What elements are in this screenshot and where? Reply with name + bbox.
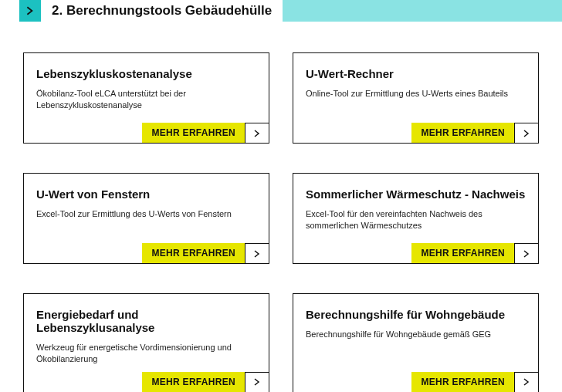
learn-more-button[interactable]: MEHR ERFAHREN [142,243,245,263]
section-header-bar [283,0,562,22]
card-description: Werkzeug für energetische Vordimensionie… [36,342,256,366]
card-body: Berechnungshilfe für Wohngebäude Berechn… [293,294,538,346]
learn-more-arrow[interactable] [245,123,269,143]
card-footer: MEHR ERFAHREN [293,123,538,143]
section-expand-icon[interactable] [19,0,41,22]
chevron-right-icon [523,250,530,258]
card-title: Energiebedarf und Lebenszyklusanalyse [36,308,256,334]
learn-more-button[interactable]: MEHR ERFAHREN [411,243,514,263]
card-description: Online-Tool zur Ermittlung des U-Werts e… [306,88,526,100]
section-header: 2. Berechnungstools Gebäudehülle [0,0,562,22]
card-footer: MEHR ERFAHREN [293,243,538,263]
chevron-right-icon [523,378,530,386]
learn-more-arrow[interactable] [514,372,538,392]
card-body: Lebenszykluskostenanalyse Ökobilanz-Tool… [24,53,269,118]
card-description: Ökobilanz-Tool eLCA unterstützt bei der … [36,88,256,112]
card-title: Berechnungshilfe für Wohngebäude [306,308,526,321]
card-title: Sommerlicher Wärmeschutz - Nachweis [306,188,526,201]
card-body: Sommerlicher Wärmeschutz - Nachweis Exce… [293,174,538,238]
card-footer: MEHR ERFAHREN [24,243,269,263]
learn-more-button[interactable]: MEHR ERFAHREN [411,123,514,143]
card-title: U-Wert von Fenstern [36,188,256,201]
chevron-right-icon [253,378,261,386]
learn-more-arrow[interactable] [514,243,538,263]
card: Energiebedarf und Lebenszyklusanalyse We… [23,293,269,392]
card-footer: MEHR ERFAHREN [293,372,538,392]
card-body: Energiebedarf und Lebenszyklusanalyse We… [24,294,269,372]
card: Lebenszykluskostenanalyse Ökobilanz-Tool… [23,52,269,144]
section-title: 2. Berechnungstools Gebäudehülle [41,0,283,22]
chevron-right-icon [253,130,261,137]
card-description: Berechnungshilfe für Wohngebäude gemäß G… [306,329,526,340]
chevron-right-icon [253,250,261,258]
learn-more-arrow[interactable] [245,243,269,263]
card-body: U-Wert-Rechner Online-Tool zur Ermittlun… [293,53,538,106]
card-footer: MEHR ERFAHREN [24,372,269,392]
card: U-Wert von Fenstern Excel-Tool zur Ermit… [23,173,269,264]
card: Sommerlicher Wärmeschutz - Nachweis Exce… [293,173,539,264]
card: U-Wert-Rechner Online-Tool zur Ermittlun… [293,52,539,144]
learn-more-arrow[interactable] [245,372,269,392]
card: Berechnungshilfe für Wohngebäude Berechn… [293,293,539,392]
learn-more-button[interactable]: MEHR ERFAHREN [142,123,245,143]
chevron-right-icon [25,6,35,15]
chevron-right-icon [523,130,530,137]
card-description: Excel-Tool zur Ermittlung des U-Werts vo… [36,208,256,220]
card-footer: MEHR ERFAHREN [24,123,269,143]
card-grid: Lebenszykluskostenanalyse Ökobilanz-Tool… [0,52,562,392]
card-body: U-Wert von Fenstern Excel-Tool zur Ermit… [24,174,269,226]
learn-more-arrow[interactable] [514,123,538,143]
card-title: Lebenszykluskostenanalyse [36,67,256,80]
card-title: U-Wert-Rechner [306,67,526,80]
card-description: Excel-Tool für den vereinfachten Nachwei… [306,208,526,232]
learn-more-button[interactable]: MEHR ERFAHREN [142,372,245,392]
learn-more-button[interactable]: MEHR ERFAHREN [411,372,514,392]
